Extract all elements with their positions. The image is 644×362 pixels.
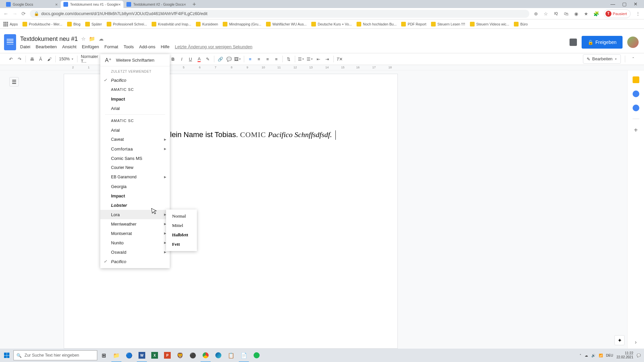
forward-button[interactable]: → (12, 11, 17, 16)
bookmark-item[interactable]: Steuern Lesen !!!! (431, 22, 465, 26)
share-button[interactable]: 🔒 Freigeben (582, 36, 623, 49)
taskbar-app-edge[interactable] (212, 349, 225, 362)
browser-tab[interactable]: Google Docs × (3, 1, 60, 8)
undo-button[interactable]: ↶ (7, 55, 15, 63)
bookmark-item[interactable]: Blog (67, 22, 80, 26)
browser-tab-active[interactable]: Textdokument neu #1 - Google × (61, 1, 123, 8)
task-view-button[interactable]: ⊞ (97, 349, 110, 362)
spellcheck-button[interactable]: Ă (37, 55, 45, 63)
back-button[interactable]: ← (3, 11, 8, 16)
extension-icon[interactable]: ◉ (574, 11, 579, 16)
align-right-button[interactable]: ≡ (264, 55, 272, 63)
taskbar-app-obs[interactable]: ⚫ (186, 349, 199, 362)
tray-wifi-icon[interactable]: 📶 (599, 354, 603, 357)
account-avatar[interactable] (627, 37, 639, 48)
italic-button[interactable]: I (178, 55, 186, 63)
url-input[interactable]: 🔒 docs.google.com/document/d/1hUH8k6h7Lb… (30, 10, 529, 18)
outline-toggle-button[interactable]: ☰ (9, 77, 19, 86)
bookmark-item[interactable]: Produktsuche - Mer... (22, 22, 62, 26)
font-item[interactable]: Merriweather▶ (100, 219, 170, 229)
font-item[interactable]: ✓Pacifico (100, 257, 170, 266)
hide-menus-button[interactable]: ˆ (629, 55, 637, 63)
reload-button[interactable]: ⟳ (21, 11, 26, 17)
font-item[interactable]: Comic Sans MS (100, 154, 170, 163)
align-center-button[interactable]: ≡ (255, 55, 263, 63)
tray-language-indicator[interactable]: DEU (606, 354, 613, 357)
start-button[interactable] (0, 349, 13, 362)
redo-button[interactable]: ↷ (15, 55, 23, 63)
align-justify-button[interactable]: ≡ (272, 55, 280, 63)
minimize-button[interactable]: — (610, 2, 615, 6)
font-item[interactable]: EB Garamond▶ (100, 172, 170, 182)
taskbar-app-spotify[interactable] (250, 349, 263, 362)
star-icon[interactable]: ☆ (81, 36, 86, 42)
expand-panel-icon[interactable]: › (635, 339, 637, 345)
font-item[interactable]: AMATIC SC (100, 116, 170, 125)
decrease-indent-button[interactable]: ⇤ (315, 55, 323, 63)
bold-button[interactable]: B (169, 55, 177, 63)
font-item[interactable]: Impact (100, 94, 170, 104)
taskbar-app[interactable]: 📋 (225, 349, 237, 362)
submenu-item-mittel[interactable]: Mittel (166, 221, 197, 230)
font-item[interactable]: Comfortaa▶ (100, 144, 170, 154)
bookmark-item[interactable]: Noch hochladen Bu... (357, 22, 396, 26)
font-item[interactable]: Impact (100, 191, 170, 200)
zoom-select[interactable]: 150%▼ (58, 57, 75, 61)
increase-indent-button[interactable]: ⇥ (323, 55, 331, 63)
extensions-icon[interactable]: 🧩 (594, 11, 599, 16)
text-color-button[interactable]: A (195, 55, 203, 63)
font-item[interactable]: AMATIC SC (100, 85, 170, 94)
menu-insert[interactable]: Einfügen (82, 44, 99, 49)
submenu-item-fett[interactable]: Fett (166, 240, 197, 249)
document-title[interactable]: Textdokument neu #1 (20, 36, 78, 43)
taskbar-app-word[interactable]: W (136, 349, 148, 362)
comments-icon[interactable] (570, 39, 577, 46)
taskbar-app-explorer[interactable]: 📁 (110, 349, 123, 362)
submenu-item-normal[interactable]: Normal (166, 212, 197, 221)
taskbar-app[interactable]: 🦁 (174, 349, 186, 362)
bookmark-item[interactable]: Büro (514, 22, 528, 26)
bulleted-list-button[interactable]: ☰▼ (306, 55, 314, 63)
clear-formatting-button[interactable]: T✕ (336, 55, 344, 63)
tasks-icon[interactable] (633, 90, 639, 97)
font-item[interactable]: Nunito▶ (100, 238, 170, 247)
menu-edit[interactable]: Bearbeiten (36, 44, 57, 49)
close-icon[interactable]: × (183, 2, 186, 7)
font-item[interactable]: Lobster (100, 200, 170, 210)
tray-volume-icon[interactable]: 🔊 (591, 354, 595, 357)
taskbar-app[interactable]: 🔵 (123, 349, 136, 362)
tray-onedrive-icon[interactable]: ☁ (585, 354, 588, 357)
bookmark-item[interactable]: Kursideen (196, 22, 218, 26)
bookmark-item[interactable]: Wahlfächer WU Aus... (266, 22, 307, 26)
menu-addons[interactable]: Add-ons (139, 44, 155, 49)
bookmark-item[interactable]: Kreativität und Insp... (152, 22, 191, 26)
menu-view[interactable]: Ansicht (62, 44, 76, 49)
last-change-link[interactable]: Letzte Änderung vor wenigen Sekunden (175, 44, 252, 49)
move-icon[interactable]: 📁 (89, 36, 95, 42)
taskbar-app-chrome[interactable] (199, 349, 212, 362)
numbered-list-button[interactable]: ☰▼ (297, 55, 305, 63)
font-item[interactable]: Oswald▶ (100, 247, 170, 257)
menu-tools[interactable]: Tools (123, 44, 133, 49)
comment-button[interactable]: 💬 (225, 55, 233, 63)
underline-button[interactable]: U (186, 55, 195, 63)
add-addon-button[interactable]: + (634, 126, 638, 134)
new-tab-button[interactable]: + (189, 1, 200, 8)
menu-format[interactable]: Format (104, 44, 118, 49)
font-item[interactable]: Courier New (100, 163, 170, 172)
tray-notifications-icon[interactable]: 💬 (637, 354, 641, 357)
bookmark-item[interactable]: Später (85, 22, 102, 26)
profile-paused-chip[interactable]: T Pausiert (604, 9, 631, 18)
close-icon[interactable]: × (118, 2, 121, 7)
menu-file[interactable]: Datei (20, 44, 30, 49)
menu-icon[interactable]: ⋮ (635, 11, 641, 16)
paint-format-button[interactable]: 🖌 (45, 55, 53, 63)
tray-chevron-icon[interactable]: ˄ (580, 354, 581, 357)
explore-button[interactable]: ✦ (614, 335, 625, 345)
line-spacing-button[interactable]: ⇅ (285, 55, 293, 63)
close-icon[interactable]: × (55, 2, 58, 7)
font-item[interactable]: Lora▶ (100, 210, 170, 219)
bookmark-item[interactable]: Mindmapping (Gru... (223, 22, 261, 26)
tray-clock[interactable]: 11:22 22.02.2021 (616, 351, 633, 359)
editing-mode-select[interactable]: ✎ Bearbeiten ▼ (583, 54, 621, 64)
